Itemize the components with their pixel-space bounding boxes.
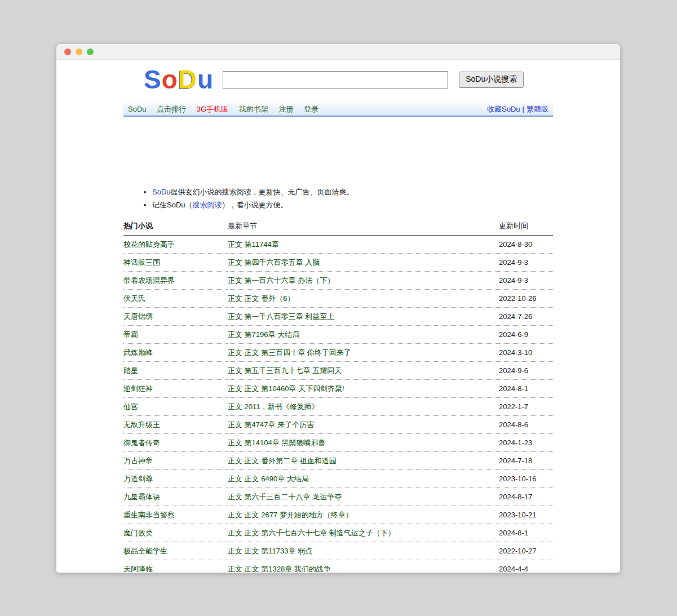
latest-chapter-link[interactable]: 正文 正文 第六千七百六十七章 制造气运之子（下） [228, 529, 395, 537]
latest-chapter-cell: 正文 正文 2677 梦开始的地方（终章） [228, 506, 499, 524]
logo-letter: D [178, 65, 197, 94]
search-button[interactable]: SoDu小说搜索 [459, 72, 524, 88]
latest-chapter-link[interactable]: 正文 第五千三百九十七章 五耀同天 [228, 366, 342, 375]
latest-chapter-link[interactable]: 正文 正文 番外第二章 祖血和道园 [228, 457, 337, 465]
update-date: 2022-10-26 [499, 290, 553, 308]
table-row: 万古神帝 正文 正文 番外第二章 祖血和道园 2024-7-18 [123, 452, 553, 470]
novel-title-cell: 万道剑尊 [123, 470, 228, 488]
latest-chapter-link[interactable]: 正文 第11744章 [228, 240, 279, 249]
novel-title-link[interactable]: 伏天氏 [123, 294, 145, 303]
update-date: 2024-6-9 [499, 326, 553, 344]
site-header: SoDu SoDu小说搜索 [56, 60, 620, 95]
nav-item-sodu[interactable]: SoDu [128, 105, 147, 113]
novel-title-link[interactable]: 带着农场混异界 [123, 276, 175, 285]
latest-chapter-link[interactable]: 正文 正文 番外（6） [228, 294, 294, 303]
nav-item-bookmark-sodu[interactable]: 收藏SoDu [487, 105, 520, 113]
table-row: 仙宫 正文 2011，新书《修复师》 2022-1-7 [123, 398, 553, 416]
novel-title-link[interactable]: 帝霸 [123, 330, 138, 339]
latest-chapter-cell: 正文 第六千三百二十八章 龙运争夺 [228, 488, 499, 506]
logo-letter: S [144, 65, 162, 94]
latest-chapter-link[interactable]: 正文 2011，新书《修复师》 [228, 402, 319, 411]
novel-title-cell: 仙宫 [123, 398, 228, 416]
novel-title-link[interactable]: 万道剑尊 [123, 475, 153, 483]
nav-item-login[interactable]: 登录 [304, 105, 318, 113]
novel-title-link[interactable]: 御鬼者传奇 [123, 438, 160, 447]
novel-title-cell: 万古神帝 [123, 452, 228, 470]
latest-chapter-link[interactable]: 正文 正文 第三百四十章 你终于回来了 [228, 348, 351, 357]
latest-chapter-link[interactable]: 正文 第四千六百零五章 入脑 [228, 258, 320, 267]
novel-title-cell: 踏星 [123, 362, 228, 380]
nav-item-3g-mobile[interactable]: 3G手机版 [197, 105, 228, 113]
update-date: 2024-9-3 [499, 272, 553, 290]
search-input[interactable] [223, 71, 448, 88]
nav-item-register[interactable]: 注册 [278, 105, 293, 113]
latest-chapter-cell: 正文 2011，新书《修复师》 [228, 398, 499, 416]
table-row: 带着农场混异界 正文 第一百六十六章 办法（下） 2024-9-3 [123, 272, 553, 290]
novel-title-link[interactable]: 天阿降临 [123, 565, 153, 572]
novel-title-link[interactable]: 极品全能学生 [123, 547, 167, 555]
latest-chapter-cell: 正文 正文 第三百四十章 你终于回来了 [228, 344, 499, 362]
novel-title-link[interactable]: 万古神帝 [123, 457, 153, 465]
novel-title-cell: 神话版三国 [123, 254, 228, 272]
update-date: 2024-8-1 [499, 380, 553, 398]
novel-title-link[interactable]: 逆剑狂神 [123, 384, 153, 393]
novel-title-link[interactable]: 魔门败类 [123, 529, 153, 537]
update-date: 2024-9-6 [499, 362, 553, 380]
latest-chapter-link[interactable]: 正文 正文 第1328章 我们的战争 [228, 565, 331, 572]
novel-title-cell: 天唐锦绣 [123, 308, 228, 326]
search-read-link[interactable]: 搜索阅读 [193, 201, 222, 209]
novel-title-cell: 武炼巅峰 [123, 344, 228, 362]
table-row: 踏星 正文 第五千三百九十七章 五耀同天 2024-9-6 [123, 362, 553, 380]
nav-separator: | [523, 105, 524, 113]
latest-chapter-link[interactable]: 正文 正文 第10460章 天下四剑齐聚! [228, 384, 344, 393]
latest-chapter-link[interactable]: 正文 第六千三百二十八章 龙运争夺 [228, 493, 342, 501]
novel-title-link[interactable]: 神话版三国 [123, 258, 160, 267]
sodu-home-link[interactable]: SoDu [152, 188, 171, 196]
table-row: 御鬼者传奇 正文 第14104章 黑鬃狼嘴邪兽 2024-1-23 [123, 434, 553, 452]
table-row: 武炼巅峰 正文 正文 第三百四十章 你终于回来了 2024-3-10 [123, 344, 553, 362]
latest-chapter-link[interactable]: 正文 第一百六十六章 办法（下） [228, 276, 334, 285]
latest-chapter-link[interactable]: 正文 第一千八百零三章 利益至上 [228, 312, 334, 321]
latest-chapter-link[interactable]: 正文 正文 2677 梦开始的地方（终章） [228, 511, 353, 519]
novel-title-link[interactable]: 武炼巅峰 [123, 348, 153, 357]
table-row: 校花的贴身高手 正文 第11744章 2024-8-30 [123, 236, 553, 254]
latest-chapter-link[interactable]: 正文 第4747章 来了个厉害 [228, 420, 314, 429]
update-date: 2023-10-21 [499, 506, 553, 524]
novel-title-cell: 九星霸体诀 [123, 488, 228, 506]
novel-title-link[interactable]: 踏星 [123, 366, 138, 375]
intro-line-2: 记住SoDu（搜索阅读），看小说更方便。 [152, 200, 620, 210]
latest-chapter-link[interactable]: 正文 正文 第11733章 弱点 [228, 547, 312, 555]
nav-item-traditional-chinese[interactable]: 繁體版 [526, 105, 548, 113]
update-date: 2024-8-17 [499, 488, 553, 506]
nav-item-my-bookshelf[interactable]: 我的书架 [239, 105, 268, 113]
navbar-right: 收藏SoDu|繁體版 [487, 104, 548, 114]
maximize-window-button[interactable] [87, 48, 94, 55]
latest-chapter-cell: 正文 第11744章 [228, 236, 499, 254]
latest-chapter-link[interactable]: 正文 第14104章 黑鬃狼嘴邪兽 [228, 438, 325, 447]
logo-letter: u [197, 65, 214, 94]
latest-chapter-cell: 正文 第一千八百零三章 利益至上 [228, 308, 499, 326]
logo-letter: o [162, 65, 178, 94]
nav-item-click-ranking[interactable]: 点击排行 [157, 105, 186, 113]
novel-title-link[interactable]: 天唐锦绣 [123, 312, 153, 321]
update-date: 2024-9-3 [499, 254, 553, 272]
minimize-window-button[interactable] [76, 48, 82, 55]
novel-title-cell: 带着农场混异界 [123, 272, 228, 290]
column-header-hot-novels: 热门小说 [123, 218, 228, 236]
table-row: 神话版三国 正文 第四千六百零五章 入脑 2024-9-3 [123, 254, 553, 272]
novel-title-link[interactable]: 九星霸体诀 [123, 493, 160, 501]
table-row: 帝霸 正文 第7196章 大结局 2024-6-9 [123, 326, 553, 344]
latest-chapter-link[interactable]: 正文 正文 6490章 大结局 [228, 475, 309, 483]
close-window-button[interactable] [64, 48, 71, 55]
novel-title-link[interactable]: 仙宫 [123, 402, 138, 411]
intro-line-1-text: 提供玄幻小说的搜索阅读，更新快、无广告、页面清爽。 [171, 188, 354, 196]
table-row: 天阿降临 正文 正文 第1328章 我们的战争 2024-4-4 [123, 560, 553, 573]
latest-chapter-link[interactable]: 正文 第7196章 大结局 [228, 330, 299, 339]
novel-title-link[interactable]: 无敌升级王 [123, 420, 160, 429]
novel-title-cell: 极品全能学生 [123, 542, 228, 560]
novel-title-link[interactable]: 重生南非当警察 [123, 511, 175, 519]
latest-chapter-cell: 正文 正文 第1328章 我们的战争 [228, 560, 499, 573]
latest-chapter-cell: 正文 正文 番外（6） [228, 290, 499, 308]
latest-chapter-cell: 正文 正文 第11733章 弱点 [228, 542, 499, 560]
novel-title-link[interactable]: 校花的贴身高手 [123, 240, 175, 249]
